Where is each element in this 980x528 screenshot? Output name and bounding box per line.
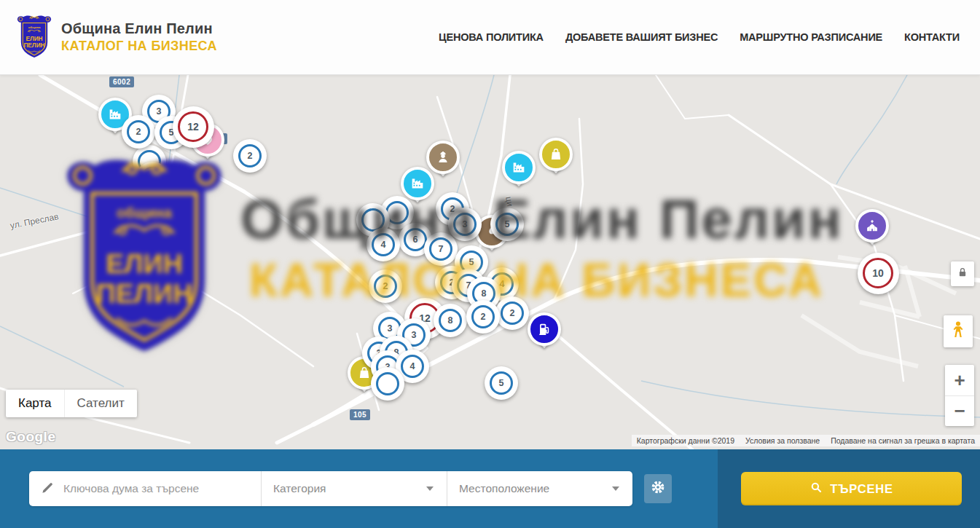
chevron-down-icon <box>426 486 434 491</box>
cluster-marker[interactable]: 2 <box>122 115 155 149</box>
map-type-control: Карта Сателит <box>6 390 137 417</box>
lock-button[interactable] <box>951 261 974 286</box>
zoom-control: + − <box>945 365 974 426</box>
factory-marker[interactable] <box>502 151 536 184</box>
cluster-marker[interactable]: 2 <box>466 300 500 334</box>
search-button[interactable]: ТЪРСЕНЕ <box>741 472 962 505</box>
church-marker[interactable] <box>855 209 889 243</box>
nav-item-schedule[interactable]: МАРШРУТНО РАЗПИСАНИЕ <box>740 31 882 43</box>
municipality-crest-icon: община ЕЛИН ПЕЛИН <box>16 15 52 60</box>
cluster-marker[interactable]: 7 <box>424 232 458 266</box>
cluster-marker[interactable]: 2 <box>495 296 529 330</box>
cluster-marker[interactable]: 2 <box>369 269 402 303</box>
keyword-section <box>29 471 261 506</box>
chevron-down-icon <box>612 486 619 491</box>
fuel-marker[interactable] <box>528 312 561 346</box>
cluster-marker[interactable]: 2 <box>233 139 267 173</box>
cluster-marker[interactable] <box>371 367 404 401</box>
road-badge: 6002 <box>109 76 134 87</box>
svg-text:ПЕЛИН: ПЕЛИН <box>23 42 44 49</box>
cluster-marker[interactable]: 3 <box>448 208 482 241</box>
location-select[interactable]: Местоположение <box>447 471 632 506</box>
cluster-marker[interactable]: 5 <box>490 208 524 241</box>
nav-item-pricing[interactable]: ЦЕНОВА ПОЛИТИКА <box>439 31 544 43</box>
bag-marker[interactable] <box>539 138 573 171</box>
cluster-marker[interactable]: 5 <box>485 366 518 400</box>
street-label: ци <box>503 196 515 208</box>
street-view-pegman-button[interactable] <box>944 315 973 347</box>
cluster-marker[interactable]: 12 <box>173 106 214 148</box>
map-canvas[interactable]: 60021105ул. Преславцибул. „Новосел325122… <box>0 75 980 449</box>
site-logo[interactable]: община ЕЛИН ПЕЛИН Община Елин Пелин КАТА… <box>16 15 217 60</box>
google-logo[interactable]: Google <box>6 429 55 445</box>
search-bar: Категория Местоположение ТЪРСЕНЕ <box>0 449 980 528</box>
category-select-label: Категория <box>273 482 326 495</box>
cluster-marker[interactable]: 8 <box>434 304 467 337</box>
zoom-in-button[interactable]: + <box>945 365 974 395</box>
zoom-out-button[interactable]: − <box>945 395 974 426</box>
nav-item-contacts[interactable]: КОНТАКТИ <box>904 31 960 43</box>
magnifier-icon <box>810 481 823 497</box>
search-pill: Категория Местоположение <box>29 471 632 506</box>
pencil-icon <box>41 481 55 497</box>
lock-icon <box>956 266 969 282</box>
map-attribution: Картографски данни ©2019 Условия за полз… <box>632 435 980 446</box>
factory-marker[interactable] <box>401 167 434 200</box>
pegman-icon <box>948 320 968 343</box>
nav-item-add-business[interactable]: ДОБАВЕТЕ ВАШИЯТ БИЗНЕС <box>565 31 718 43</box>
cluster-marker[interactable] <box>136 162 169 195</box>
gear-icon <box>650 479 666 498</box>
attribution-report-link[interactable]: Подаване на сигнал за грешка в картата <box>831 436 975 445</box>
search-button-label: ТЪРСЕНЕ <box>830 482 893 496</box>
header: община ЕЛИН ПЕЛИН Община Елин Пелин КАТА… <box>0 0 980 75</box>
location-select-label: Местоположение <box>459 482 549 495</box>
attribution-terms-link[interactable]: Условия за ползване <box>745 436 820 445</box>
street-label: ул. Преслав <box>9 211 60 231</box>
site-title: Община Елин Пелин <box>61 20 217 37</box>
map-layer: 60021105ул. Преславцибул. „Новосел325122… <box>0 75 980 449</box>
attribution-copyright: Картографски данни ©2019 <box>637 436 734 445</box>
svg-text:община: община <box>28 25 41 29</box>
cluster-marker[interactable]: 4 <box>366 228 400 261</box>
keyword-search-input[interactable] <box>63 482 238 495</box>
cluster-marker[interactable]: 10 <box>858 253 899 294</box>
main-nav: ЦЕНОВА ПОЛИТИКАДОБАВЕТЕ ВАШИЯТ БИЗНЕСМАР… <box>439 31 960 43</box>
category-select[interactable]: Категория <box>261 471 447 506</box>
svg-text:ЕЛИН: ЕЛИН <box>26 36 42 42</box>
map-type-satellite-button[interactable]: Сателит <box>64 390 137 417</box>
advanced-settings-button[interactable] <box>644 474 672 503</box>
site-subtitle: КАТАЛОГ НА БИЗНЕСА <box>61 39 217 54</box>
road-badge: 105 <box>350 409 370 420</box>
map-type-map-button[interactable]: Карта <box>6 390 64 417</box>
